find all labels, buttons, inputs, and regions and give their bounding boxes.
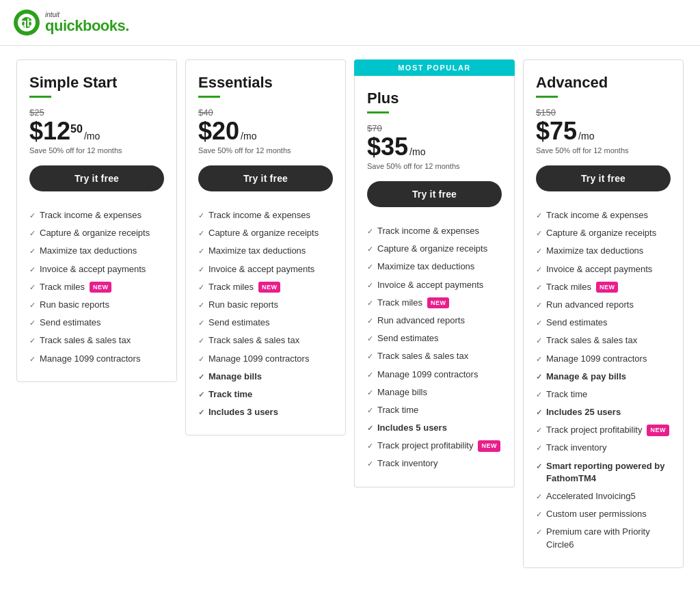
feature-text: Capture & organize receipts (40, 227, 150, 239)
feature-item: ✓Send estimates (367, 330, 502, 347)
feature-item: ✓Manage & pay bills (536, 368, 671, 386)
new-badge: NEW (596, 282, 619, 293)
price-period: /mo (84, 131, 100, 142)
feature-text: Run advanced reports (377, 314, 465, 327)
feature-text: Includes 3 users (208, 406, 278, 418)
feature-text: Send estimates (40, 317, 101, 329)
feature-text: Send estimates (546, 317, 608, 329)
feature-text: Maximize tax deductions (377, 260, 474, 273)
feature-text: Track inventory (377, 457, 438, 470)
check-icon: ✓ (198, 300, 204, 310)
feature-text: Track time (546, 388, 587, 401)
feature-text: Run advanced reports (546, 299, 634, 311)
feature-text: Track sales & sales tax (40, 334, 131, 347)
check-icon: ✓ (198, 318, 204, 328)
feature-text: Track time (377, 404, 418, 416)
feature-text: Maximize tax deductions (208, 245, 306, 257)
save-text: Save 50% off for 12 months (536, 146, 671, 155)
feature-text: Capture & organize receipts (546, 227, 656, 239)
feature-text: Send estimates (208, 317, 270, 329)
price-row: $35/mo (367, 135, 502, 159)
try-free-button[interactable]: Try it free (198, 165, 333, 191)
price-main: $35 (367, 135, 408, 159)
green-accent-line (198, 96, 220, 98)
feature-item: ✓Invoice & accept payments (536, 260, 671, 278)
plan-card-plus: Plus$70$35/moSave 50% off for 12 monthsT… (354, 76, 515, 487)
feature-text: Capture & organize receipts (377, 243, 487, 255)
green-accent-line (29, 96, 51, 98)
check-icon: ✓ (367, 244, 373, 254)
logo: qb intuit quickbooks. (14, 10, 129, 36)
feature-text: Track inventory (546, 442, 606, 454)
feature-text: Track milesNEW (377, 297, 449, 309)
feature-item: ✓Smart reporting powered by FathomTM4 (536, 457, 671, 487)
price-cents: 50 (70, 123, 83, 135)
check-icon: ✓ (367, 351, 373, 362)
original-price: $25 (29, 107, 164, 118)
check-icon: ✓ (367, 423, 373, 433)
new-badge: NEW (478, 440, 500, 452)
plan-wrapper-simple-start: Simple Start$25$1250/moSave 50% off for … (16, 59, 177, 382)
plan-card-simple-start: Simple Start$25$1250/moSave 50% off for … (16, 59, 177, 382)
quickbooks-label: quickbooks. (45, 18, 129, 33)
check-icon: ✓ (536, 509, 542, 520)
feature-item: ✓Track inventory (367, 455, 502, 472)
check-icon: ✓ (536, 443, 542, 453)
check-icon: ✓ (536, 336, 542, 346)
feature-text: Maximize tax deductions (40, 245, 137, 257)
check-icon: ✓ (536, 300, 542, 310)
save-text: Save 50% off for 12 months (367, 162, 502, 170)
feature-item: ✓Invoice & accept payments (367, 276, 502, 294)
feature-item: ✓Capture & organize receipts (29, 224, 164, 242)
green-accent-line (367, 111, 389, 113)
features-list: ✓Track income & expenses✓Capture & organ… (536, 206, 671, 554)
feature-text: Accelerated Invoicing5 (546, 490, 636, 502)
try-free-button[interactable]: Try it free (536, 165, 671, 191)
price-row: $1250/mo (29, 119, 164, 144)
check-icon: ✓ (198, 228, 204, 239)
features-list: ✓Track income & expenses✓Capture & organ… (367, 222, 502, 473)
feature-item: ✓Manage bills (198, 368, 333, 386)
feature-item: ✓Run advanced reports (367, 312, 502, 330)
check-icon: ✓ (367, 316, 373, 326)
feature-item: ✓Premium care with Priority Circle6 (536, 523, 671, 553)
check-icon: ✓ (198, 372, 204, 382)
feature-item: ✓Run advanced reports (536, 296, 671, 314)
feature-text: Invoice & accept payments (40, 263, 146, 276)
feature-item: ✓Track sales & sales tax (29, 332, 164, 349)
feature-text: Run basic reports (40, 299, 109, 311)
header: qb intuit quickbooks. (0, 0, 700, 46)
feature-item: ✓Track inventory (536, 439, 671, 457)
try-free-button[interactable]: Try it free (367, 181, 502, 207)
feature-item: ✓Track time (198, 386, 333, 403)
price-period: /mo (578, 131, 594, 142)
check-icon: ✓ (536, 461, 542, 472)
feature-item: ✓Maximize tax deductions (367, 258, 502, 276)
check-icon: ✓ (198, 390, 204, 400)
feature-item: ✓Track milesNEW (29, 278, 164, 296)
feature-item: ✓Maximize tax deductions (29, 242, 164, 260)
pricing-container: Simple Start$25$1250/moSave 50% off for … (0, 46, 700, 582)
check-icon: ✓ (536, 211, 542, 221)
feature-item: ✓Includes 25 users (536, 403, 671, 421)
feature-text: Manage 1099 contractors (208, 353, 309, 365)
check-icon: ✓ (536, 228, 542, 239)
try-free-button[interactable]: Try it free (29, 165, 164, 191)
feature-item: ✓Manage 1099 contractors (536, 350, 671, 368)
check-icon: ✓ (367, 441, 373, 451)
check-icon: ✓ (29, 211, 36, 221)
feature-item: ✓Track income & expenses (536, 206, 671, 224)
check-icon: ✓ (536, 390, 542, 400)
check-icon: ✓ (536, 265, 542, 275)
feature-item: ✓Track project profitabilityNEW (367, 437, 502, 455)
feature-text: Track sales & sales tax (208, 334, 299, 347)
feature-text: Includes 25 users (546, 406, 621, 418)
feature-text: Manage bills (208, 371, 262, 383)
new-badge: NEW (258, 282, 281, 293)
feature-item: ✓Manage bills (367, 384, 502, 401)
check-icon: ✓ (198, 211, 204, 221)
check-icon: ✓ (29, 246, 36, 256)
feature-item: ✓Maximize tax deductions (536, 242, 671, 260)
feature-item: ✓Track income & expenses (198, 206, 333, 224)
logo-text: intuit quickbooks. (45, 12, 129, 33)
